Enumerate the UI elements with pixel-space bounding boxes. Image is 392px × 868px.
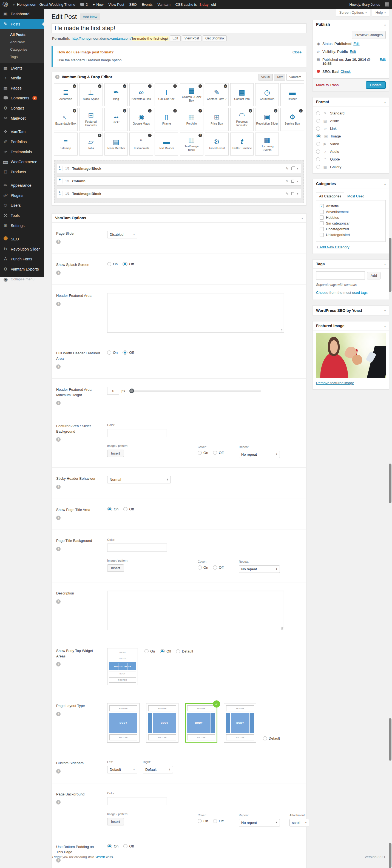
sidebar-item-dashboard[interactable]: ▣Dashboard — [0, 9, 44, 19]
radio-option-default[interactable]: Default — [176, 649, 193, 653]
info-icon[interactable]: i — [198, 109, 202, 113]
checkbox-icon[interactable] — [319, 227, 324, 231]
editor-tab-vamtam[interactable]: Vamtam — [286, 74, 304, 81]
slider-handle[interactable] — [130, 389, 134, 393]
format-option-standard[interactable]: ✎Standard — [316, 109, 386, 117]
info-icon[interactable]: i — [198, 84, 202, 88]
checkbox-icon[interactable] — [319, 221, 324, 225]
category-item[interactable]: Uncategorized — [318, 226, 383, 232]
editor-tile-contact-info[interactable]: ▤Contact Info — [230, 83, 254, 106]
editor-tile-featured-products[interactable]: ⊟Featured Products — [79, 108, 103, 131]
left-sidebar-select[interactable]: Default▲▼ — [107, 766, 137, 773]
collapse-icon[interactable]: ▴ — [384, 182, 386, 185]
radio-option-on[interactable]: On — [107, 844, 118, 848]
wordpress-link[interactable]: WordPress — [95, 855, 113, 859]
radio-option-off[interactable]: Off — [123, 507, 134, 511]
view-post-button[interactable]: View Post — [182, 35, 201, 41]
color-input[interactable] — [107, 429, 167, 437]
collapse-icon[interactable]: ▴ — [302, 217, 303, 220]
textarea-field[interactable] — [107, 591, 284, 630]
insert-button[interactable]: Insert — [107, 564, 124, 572]
info-icon[interactable]: i — [98, 84, 102, 88]
editor-tile-progress-indicator[interactable]: ◠Progress Indicatori — [230, 108, 254, 131]
info-icon[interactable]: i — [198, 134, 202, 137]
yoast-seo-box[interactable]: WordPress SEO by Yoast ▾ — [312, 305, 389, 316]
info-icon[interactable]: i — [98, 134, 102, 137]
sidebar-item-posts[interactable]: ✎Posts — [0, 19, 44, 29]
format-option-aside[interactable]: ▤Aside — [316, 117, 386, 125]
editor-tile-google-maps[interactable]: ◉Google Mapsi — [130, 108, 153, 131]
radio-option-off[interactable]: Off — [122, 350, 134, 354]
remove-featured-image-link[interactable]: Remove featured image — [316, 381, 354, 385]
add-new-category-link[interactable]: + Add New Category — [317, 245, 349, 249]
info-icon[interactable]: i — [56, 365, 61, 369]
resize-grip[interactable] — [281, 330, 283, 332]
info-icon[interactable]: i — [55, 75, 59, 79]
sidebar-item-revolution-slider[interactable]: ↻Revolution Slider — [0, 244, 44, 254]
edit-block-icon[interactable]: ✎ — [286, 192, 289, 196]
submenu-item-tags[interactable]: Tags — [0, 53, 44, 61]
editor-block-row[interactable]: +−1/1Column✎▾ — [57, 176, 301, 186]
howdy-account-menu[interactable]: Howdy, Gary Jones — [347, 2, 383, 7]
sidebar-item-portfolios[interactable]: ✐Portfolios — [0, 136, 44, 147]
editor-tile-countdown[interactable]: ◷Countdown — [255, 83, 279, 106]
featured-image-photo[interactable] — [316, 333, 386, 378]
info-icon[interactable]: i — [123, 109, 127, 113]
sidebar-item-events[interactable]: ▦Events — [0, 63, 44, 73]
duplicate-block-icon[interactable] — [291, 167, 294, 170]
radio-option-on[interactable]: On — [107, 262, 118, 266]
info-icon[interactable]: i — [299, 109, 303, 113]
sidebar-item-punch-fonts[interactable]: APunch Fonts — [0, 254, 44, 264]
layout-thumb-full[interactable]: HEADERBODYFOOTER — [107, 703, 140, 743]
sidebar-item-contact[interactable]: ⚙Contact — [0, 103, 44, 113]
sidebar-item-media[interactable]: ♪Media — [0, 73, 44, 83]
move-to-trash-link[interactable]: Move to Trash — [316, 83, 339, 87]
info-icon[interactable]: i — [56, 240, 61, 244]
category-item[interactable]: Advertisement — [318, 209, 383, 215]
repeat-select[interactable]: No repeat▲▼ — [239, 451, 280, 458]
categories-tab-most-used[interactable]: Most Used — [344, 192, 367, 200]
site-name-menu[interactable]: ⌂ Honeymoon - Great Wedding Theme — [10, 0, 78, 9]
radio-option-off[interactable]: Off — [122, 262, 134, 266]
editor-tab-text[interactable]: Text — [274, 74, 285, 81]
format-option-video[interactable]: ▶Video — [316, 140, 386, 148]
post-title-input[interactable]: He made the first step! — [52, 23, 306, 33]
editor-tile-flickr[interactable]: ●●Flickri — [105, 108, 128, 131]
info-icon[interactable]: i — [274, 109, 277, 113]
insert-button[interactable]: Insert — [107, 818, 124, 825]
adminbar-vamtam[interactable]: Vamtam — [155, 0, 173, 9]
sidebar-item-vamtam-exports[interactable]: ⚙Vamtam Exports — [0, 264, 44, 274]
slider-track[interactable] — [130, 390, 261, 392]
category-item[interactable]: Hobbies — [318, 215, 383, 220]
collapse-icon[interactable]: ▴ — [384, 262, 386, 266]
sidebar-item-mailpoet[interactable]: ✉MailPoet — [0, 113, 44, 123]
editor-tile-upcoming-events[interactable]: ▦Upcoming Events — [255, 132, 279, 156]
editor-tile-team-member[interactable]: ▤Team Member — [105, 132, 128, 156]
editor-block-row[interactable]: +−1/1Text/Image Block✎▾ — [57, 189, 301, 198]
info-icon[interactable]: i — [73, 84, 76, 88]
block-collapse-icon[interactable]: ▾ — [297, 167, 298, 170]
editor-tile-service-box[interactable]: ⚙Service Boxi — [280, 108, 304, 131]
editor-tile-divider[interactable]: ▬Divider — [280, 83, 304, 106]
editor-tab-visual[interactable]: Visual — [258, 74, 273, 81]
avatar[interactable] — [385, 2, 389, 7]
radio-option-off[interactable]: Off — [213, 451, 223, 455]
min-height-input[interactable]: 0 — [107, 387, 119, 395]
duplicate-block-icon[interactable] — [291, 180, 294, 183]
radio-option-on[interactable]: On — [198, 565, 208, 569]
publish-row-edit-link[interactable]: Edit — [350, 50, 356, 54]
attachment-select[interactable]: scroll▲▼ — [289, 819, 309, 826]
info-icon[interactable]: i — [56, 516, 61, 520]
edit-permalink-button[interactable]: Edit — [170, 35, 180, 41]
editor-tile-testimonials[interactable]: “Testimonialsi — [130, 132, 153, 156]
repeat-select[interactable]: No repeat▲▼ — [239, 565, 280, 573]
sidebar-item-woocommerce[interactable]: WooWooCommerce — [0, 157, 44, 167]
color-input[interactable] — [107, 797, 167, 805]
duplicate-block-icon[interactable] — [291, 192, 294, 195]
editor-tile-blank-space[interactable]: ⊥Blank Spacei — [79, 83, 103, 106]
sidebar-item-tools[interactable]: ⚒Tools — [0, 210, 44, 220]
radio-option-on[interactable]: On — [107, 350, 118, 354]
scrollbar-thumb[interactable] — [389, 843, 391, 868]
radio-option-on[interactable]: On — [198, 819, 208, 823]
sidebar-item-comments[interactable]: Comments2 — [0, 93, 44, 103]
